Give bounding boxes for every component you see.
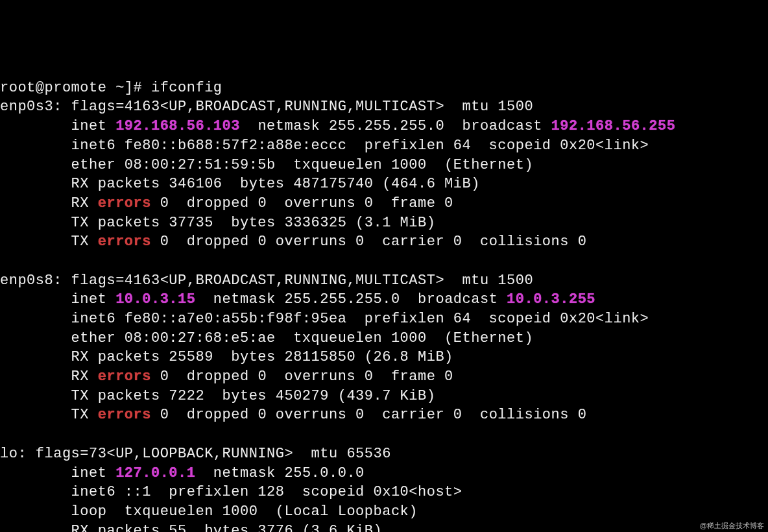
shell-prompt: root@promote ~]# ifconfig [0, 80, 222, 96]
errors-word: errors [98, 195, 151, 212]
broadcast-address: 10.0.3.255 [507, 291, 595, 308]
inet6-line: inet6 fe80::b688:57f2:a88e:eccc prefixle… [0, 138, 649, 154]
tx-err-prefix: TX [0, 407, 98, 423]
flags-line: flags=4163<UP,BROADCAST,RUNNING,MULTICAS… [62, 99, 533, 115]
inet-prefix: inet [0, 465, 115, 481]
tx-err-rest: 0 dropped 0 overruns 0 carrier 0 collisi… [151, 407, 586, 423]
iface-name: enp0s8: [0, 272, 62, 289]
rx-packets-line: RX packets 55 bytes 3776 (3.6 KiB) [0, 523, 382, 532]
rx-err-prefix: RX [0, 369, 98, 385]
inet-prefix: inet [0, 291, 115, 308]
inet-address: 10.0.3.15 [115, 291, 195, 308]
ether-line: ether 08:00:27:68:e5:ae txqueuelen 1000 … [0, 330, 533, 346]
iface-name: lo: [0, 446, 27, 462]
flags-line: flags=73<UP,LOOPBACK,RUNNING> mtu 65536 [27, 446, 391, 462]
inet-rest: netmask 255.0.0.0 [195, 465, 364, 481]
inet6-line: inet6 fe80::a7e0:a55b:f98f:95ea prefixle… [0, 311, 649, 327]
errors-word: errors [98, 407, 151, 423]
errors-word: errors [98, 369, 151, 385]
rx-err-rest: 0 dropped 0 overruns 0 frame 0 [151, 369, 453, 385]
tx-packets-line: TX packets 7222 bytes 450279 (439.7 KiB) [0, 388, 435, 404]
rx-packets-line: RX packets 346106 bytes 487175740 (464.6… [0, 176, 480, 192]
inet-address: 192.168.56.103 [115, 118, 240, 134]
inet-rest: netmask 255.255.255.0 broadcast [240, 118, 551, 134]
loop-line: loop txqueuelen 1000 (Local Loopback) [0, 503, 418, 520]
tx-err-prefix: TX [0, 234, 98, 250]
errors-word: errors [98, 234, 151, 250]
rx-err-rest: 0 dropped 0 overruns 0 frame 0 [151, 195, 453, 212]
rx-err-prefix: RX [0, 195, 98, 212]
iface-name: enp0s3: [0, 99, 62, 115]
inet-rest: netmask 255.255.255.0 broadcast [195, 291, 507, 308]
tx-err-rest: 0 dropped 0 overruns 0 carrier 0 collisi… [151, 234, 586, 250]
broadcast-address: 192.168.56.255 [551, 118, 676, 134]
watermark: @稀土掘金技术博客 [700, 521, 764, 531]
inet-prefix: inet [0, 118, 115, 134]
ether-line: ether 08:00:27:51:59:5b txqueuelen 1000 … [0, 157, 533, 173]
rx-packets-line: RX packets 25589 bytes 28115850 (26.8 Mi… [0, 349, 453, 365]
inet-address: 127.0.0.1 [115, 465, 195, 481]
tx-packets-line: TX packets 37735 bytes 3336325 (3.1 MiB) [0, 215, 435, 231]
inet6-line: inet6 ::1 prefixlen 128 scopeid 0x10<hos… [0, 484, 462, 500]
flags-line: flags=4163<UP,BROADCAST,RUNNING,MULTICAS… [62, 272, 533, 289]
terminal-output[interactable]: root@promote ~]# ifconfig enp0s3: flags=… [0, 79, 768, 532]
